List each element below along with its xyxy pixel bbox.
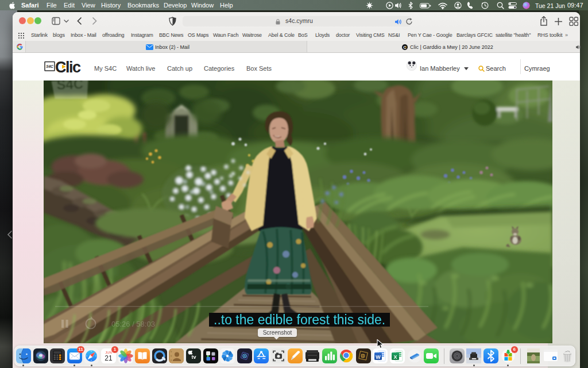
svg-text:S4C: S4C <box>56 80 84 93</box>
svg-text:tv: tv <box>191 354 196 360</box>
svg-text:Clic: Clic <box>55 59 81 75</box>
svg-text:JUN: JUN <box>105 351 112 354</box>
svg-text:W: W <box>376 354 381 360</box>
svg-text:X: X <box>394 354 397 360</box>
svg-text:05:26 / 58:03: 05:26 / 58:03 <box>111 320 155 328</box>
svg-text:21: 21 <box>105 354 113 362</box>
svg-text:S4C: S4C <box>46 64 53 68</box>
